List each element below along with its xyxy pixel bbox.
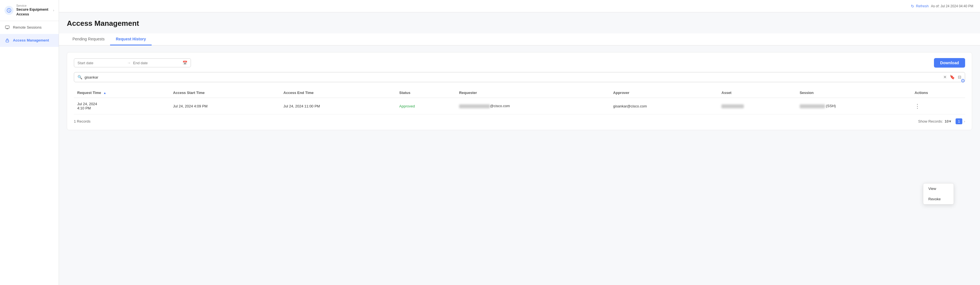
sidebar-item-remote-sessions[interactable]: Remote Sessions [0, 21, 59, 34]
download-button[interactable]: Download [934, 58, 965, 68]
tab-pending-requests[interactable]: Pending Requests [67, 33, 110, 46]
sidebar-item-label: Access Management [13, 38, 49, 42]
cell-status: Approved [396, 98, 456, 114]
access-management-icon [5, 38, 10, 43]
svg-rect-2 [6, 40, 9, 42]
sort-asc-icon: ▲ [103, 91, 107, 95]
search-icon: 🔍 [78, 75, 82, 79]
service-name: Secure Equipment Access [16, 7, 50, 17]
sidebar: Service Secure Equipment Access › Remote… [0, 0, 59, 285]
sidebar-item-access-management[interactable]: Access Management [0, 34, 59, 47]
session-blurred [800, 104, 825, 108]
start-date-input[interactable] [78, 61, 125, 65]
cell-asset [718, 98, 796, 114]
context-menu-revoke[interactable]: Revoke [923, 194, 954, 204]
refresh-icon: ↻ [911, 4, 914, 8]
page-title: Access Management [67, 19, 972, 28]
col-requester[interactable]: Requester [456, 88, 610, 98]
request-history-table: Request Time ▲ Access Start Time Access … [74, 88, 965, 114]
col-access-start-time[interactable]: Access Start Time [170, 88, 280, 98]
chevron-down-icon: ▾ [949, 119, 951, 124]
records-count: 1 Records [74, 119, 91, 124]
as-of-text: As of: Jul 24 2024 04:40 PM [931, 4, 973, 8]
col-session[interactable]: Session [796, 88, 911, 98]
main-content: ↻ Refresh As of: Jul 24 2024 04:40 PM Ac… [59, 0, 980, 285]
svg-rect-1 [5, 26, 9, 28]
requester-blurred [459, 104, 490, 108]
next-page-icon[interactable]: › [964, 119, 965, 124]
col-asset[interactable]: Asset [718, 88, 796, 98]
asset-blurred [721, 104, 744, 108]
search-bar: 🔍 ✕ 🔖 ⊟ [74, 72, 965, 82]
cell-actions: ⋮ [911, 98, 965, 114]
chevron-right-icon: › [53, 8, 54, 12]
table-header-row: Request Time ▲ Access Start Time Access … [74, 88, 965, 98]
service-icon [5, 6, 13, 15]
context-menu: View Revoke [923, 183, 954, 204]
col-approver[interactable]: Approver [610, 88, 718, 98]
remote-sessions-icon [5, 25, 10, 30]
bookmark-icon[interactable]: 🔖 [950, 74, 955, 80]
date-separator: → [127, 60, 131, 65]
end-date-input[interactable] [133, 61, 180, 65]
date-range-picker[interactable]: → 📅 [74, 59, 191, 67]
show-records-dropdown[interactable]: 10 ▾ [945, 119, 951, 124]
refresh-label: Refresh [916, 4, 929, 8]
context-menu-view[interactable]: View [923, 184, 954, 194]
tabs: Pending Requests Request History [59, 33, 980, 46]
search-input[interactable] [84, 75, 941, 79]
refresh-button[interactable]: ↻ Refresh [911, 4, 929, 8]
cell-approver: gisankar@cisco.com [610, 98, 718, 114]
topbar: ↻ Refresh As of: Jul 24 2024 04:40 PM [59, 0, 980, 12]
content-area: Access Management Pending Requests Reque… [59, 12, 980, 285]
service-label: Service [16, 4, 50, 7]
filter-row: → 📅 Download [74, 58, 965, 68]
show-records: Show Records: 10 ▾ [918, 119, 951, 124]
clear-search-icon[interactable]: ✕ [943, 74, 947, 80]
calendar-icon[interactable]: 📅 [183, 60, 187, 65]
table-wrapper: ⚙ Request Time ▲ Access Start Time Acces… [74, 88, 965, 124]
page-number[interactable]: 1 [956, 119, 962, 124]
main-card: → 📅 Download 🔍 ✕ 🔖 ⊟ ⚙ [67, 52, 972, 130]
cell-request-time: Jul 24, 20244:10 PM [74, 98, 170, 114]
col-actions: Actions [911, 88, 965, 98]
cell-requester: @cisco.com [456, 98, 610, 114]
actions-menu-icon[interactable]: ⋮ [915, 103, 920, 109]
col-access-end-time[interactable]: Access End Time [280, 88, 396, 98]
pagination: 1 › [956, 119, 965, 124]
cell-session: (SSH) [796, 98, 911, 114]
table-row: Jul 24, 20244:10 PM Jul 24, 2024 4:09 PM… [74, 98, 965, 114]
col-request-time[interactable]: Request Time ▲ [74, 88, 170, 98]
table-settings-icon[interactable]: ⚙ [961, 78, 965, 84]
cell-access-end-time: Jul 24, 2024 11:00 PM [280, 98, 396, 114]
cell-access-start-time: Jul 24, 2024 4:09 PM [170, 98, 280, 114]
search-actions: ✕ 🔖 ⊟ [943, 74, 961, 80]
col-status[interactable]: Status [396, 88, 456, 98]
table-footer: 1 Records Show Records: 10 ▾ 1 › [74, 119, 965, 124]
service-text: Service Secure Equipment Access [16, 4, 50, 17]
sidebar-service[interactable]: Service Secure Equipment Access › [0, 0, 59, 21]
tab-request-history[interactable]: Request History [110, 33, 151, 46]
sidebar-item-label: Remote Sessions [13, 25, 41, 30]
